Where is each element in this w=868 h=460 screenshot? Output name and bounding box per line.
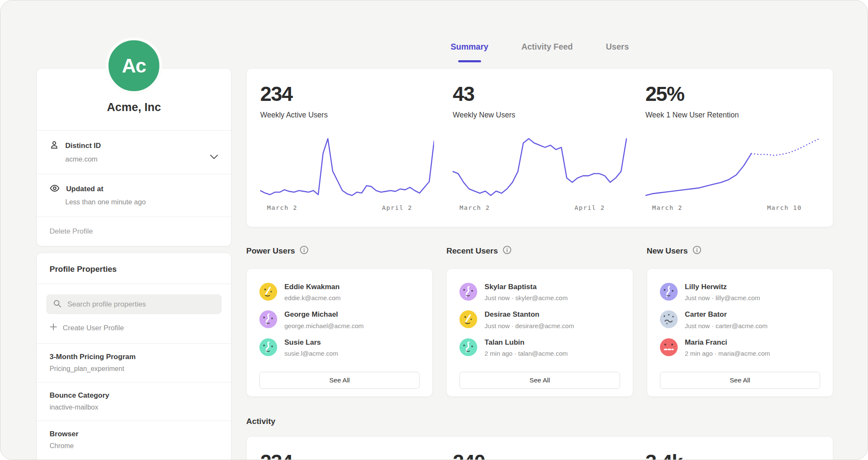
avatar-face [259,283,277,301]
avatar [660,310,678,328]
create-user-profile-button[interactable]: Create User Profile [50,323,218,333]
axis-tick-start: March 2 [459,204,490,211]
new-users-header: New Users [647,245,833,256]
avatar-face [459,338,477,356]
stat-value: 25% [645,84,819,104]
profile-properties-title: Profile Properties [37,253,231,284]
power-users-header: Power Users [246,245,433,256]
user-detail: Just now · lilly@acme.com [685,294,760,301]
info-icon[interactable] [300,245,309,256]
avatar-face [459,283,477,301]
user-name: Eddie Kwakman [284,283,341,291]
stat-column-weekly-new-users: 43 Weekly New Users March 2 April 2 [453,84,626,216]
avatar [259,310,277,328]
sparkline-chart [260,134,434,198]
user-row[interactable]: Carter Bator Just now · carter@acme.com [660,310,820,329]
user-name: Desirae Stanton [484,310,574,319]
activity-card: 234 240 3.4k [246,436,833,460]
user-detail: eddie.k@acme.com [284,294,341,301]
see-all-button[interactable]: See All [259,372,420,389]
stat-label: Weekly Active Users [260,111,434,120]
user-row[interactable]: Susie Lars susie.l@acme.com [259,338,420,357]
user-section-headers: Power Users Recent Users New Users [246,245,833,256]
info-icon[interactable] [693,245,701,256]
user-name: Maria Franci [685,338,770,347]
user-detail: Just now · skyler@acme.com [484,294,568,301]
user-row[interactable]: Lilly Herwitz Just now · lilly@acme.com [660,283,820,301]
sparkline-chart [453,134,626,198]
profile-properties-search[interactable] [46,294,222,314]
summary-card: 234 Weekly Active Users March 2 April 2 … [246,68,833,227]
user-row[interactable]: Maria Franci 2 min ago · maria@acme.com [660,338,820,357]
distinct-id-row[interactable]: Distinct ID acme.com [37,131,231,174]
tab-bar: Summary Activity Feed Users [246,41,833,62]
axis-tick-start: March 2 [652,204,683,211]
user-detail: Just now · desirare@acme.com [484,322,574,329]
property-name: Bounce Category [50,391,218,400]
field-value: Less than one minute ago [65,198,218,206]
avatar [259,283,277,301]
user-detail: susie.l@acme.com [284,350,338,357]
avatar-face [459,310,477,328]
power-users-card: Eddie Kwakman eddie.k@acme.com George Mi… [246,268,433,397]
property-value: Pricing_plan_experiment [50,365,218,373]
eye-icon [50,184,60,194]
see-all-button[interactable]: See All [660,372,820,389]
user-name: Lilly Herwitz [685,283,760,291]
property-name: 3-Month Pricing Program [50,353,218,361]
avatar-face [660,338,678,356]
see-all-button[interactable]: See All [459,372,620,389]
avatar [459,338,477,356]
axis-tick-start: March 2 [267,204,298,211]
section-title: Recent Users [446,246,498,256]
chart-axis: March 2 March 10 [645,204,819,214]
tab-activity-feed[interactable]: Activity Feed [521,41,573,62]
property-value: inactive-mailbox [50,404,218,411]
user-row[interactable]: Eddie Kwakman eddie.k@acme.com [259,283,420,301]
user-detail: Just now · carter@acme.com [685,322,768,329]
company-avatar: Ac [106,37,162,94]
property-row[interactable]: Browser Chrome [37,421,231,459]
delete-profile-button[interactable]: Delete Profile [37,217,231,246]
stat-label: Week 1 New User Retention [645,111,819,120]
new-users-card: Lilly Herwitz Just now · lilly@acme.com … [647,268,833,397]
profile-properties-card: Profile Properties Create User Profile 3… [36,253,231,460]
activity-stat: 234 [260,452,434,460]
avatar-face [259,310,277,328]
chevron-down-icon[interactable] [210,153,218,161]
stat-label: Weekly New Users [453,111,626,120]
tab-users[interactable]: Users [606,41,629,62]
axis-tick-end: April 2 [382,204,412,211]
stat-value: 43 [453,84,626,104]
avatar [259,338,277,356]
user-row[interactable]: Skylar Baptista Just now · skyler@acme.c… [459,283,620,301]
search-input[interactable] [67,300,215,309]
section-title: New Users [647,246,688,256]
avatar [660,283,678,301]
info-icon[interactable] [503,245,512,256]
user-name: Carter Bator [685,310,768,319]
property-row[interactable]: 3-Month Pricing Program Pricing_plan_exp… [37,344,231,382]
updated-at-row: Updated at Less than one minute ago [37,174,231,217]
recent-users-card: Skylar Baptista Just now · skyler@acme.c… [446,268,633,397]
avatar [660,338,678,356]
user-detail: 2 min ago · maria@acme.com [685,350,770,357]
tab-summary[interactable]: Summary [451,41,488,62]
chart-axis: March 2 April 2 [260,204,434,214]
user-name: George Michael [284,310,364,319]
user-name: Susie Lars [284,338,338,347]
activity-stat: 240 [453,452,626,460]
user-row[interactable]: Desirae Stanton Just now · desirare@acme… [459,310,620,329]
divider [37,284,231,284]
recent-users-header: Recent Users [446,245,633,256]
person-icon [50,140,59,151]
user-row[interactable]: Talan Lubin 2 min ago · talan@acme.com [459,338,620,357]
chart-axis: March 2 April 2 [453,204,626,214]
property-row[interactable]: Bounce Category inactive-mailbox [37,382,231,421]
user-row[interactable]: George Michael george.michael@acme.com [259,310,420,329]
activity-stat: 3.4k [645,452,819,460]
axis-tick-end: April 2 [575,204,605,211]
property-name: Browser [50,430,218,438]
axis-tick-end: March 10 [767,204,802,211]
avatar-face [660,283,678,301]
